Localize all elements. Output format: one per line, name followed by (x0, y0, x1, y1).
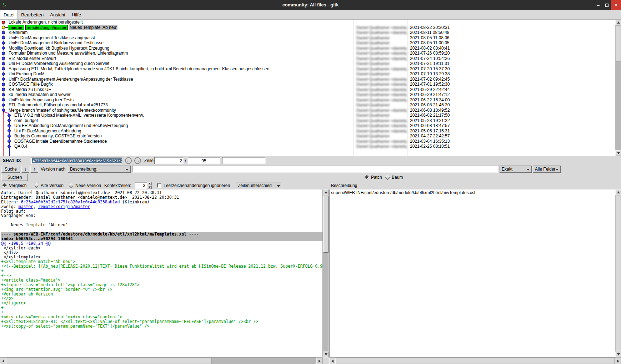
link-segment[interactable]: remotes/origin/master (38, 204, 90, 209)
menu-bar: Datei Bearbeiten Ansicht Hilfe (0, 10, 621, 20)
commit-row[interactable]: Uni Fr DocManagement Anbindung Daniel Qu… (0, 128, 615, 134)
find-input[interactable] (132, 166, 499, 173)
commit-row[interactable]: KB Media zu Links UF Daniel Quathamer <d… (0, 87, 615, 92)
sha-input[interactable]: 4735d97b8f44e6d809783019f6ce0fe515d621c2 (31, 157, 122, 164)
file-list-scrollbar[interactable] (615, 189, 621, 357)
scrollbar-thumb[interactable] (616, 196, 621, 351)
commit-row[interactable]: Uni Freiburg DocM Daniel Quathamer 2021-… (0, 71, 615, 77)
commit-row[interactable]: UniFr DocManangement Aenderungen/Anpassu… (0, 77, 615, 82)
commit-row[interactable]: Budgets Community, COSTAGE erste Version… (0, 133, 615, 139)
radio-icon (385, 175, 390, 180)
find-field-select[interactable]: Beschreibung: (68, 166, 131, 173)
scroll-up-button[interactable] (615, 20, 621, 25)
commit-row[interactable]: Uni Fr DocM Vorbereitung Auslieferung du… (0, 61, 615, 66)
diff-line: +Verfügbar ab Version (1, 292, 322, 297)
minimize-button[interactable]: – (594, 0, 602, 10)
search-button[interactable]: Suchen (1, 174, 28, 181)
commit-row[interactable]: Mobility Download, kb Bugfixes Hypertext… (0, 46, 615, 51)
scroll-up-button[interactable] (323, 189, 329, 195)
link-segment[interactable]: master (18, 204, 33, 209)
diff-scrollbar[interactable] (322, 189, 329, 357)
maximize-button[interactable] (602, 0, 611, 10)
scroll-down-button[interactable] (615, 352, 621, 357)
scroll-left-button[interactable] (329, 358, 335, 364)
arrow-up-icon (149, 183, 151, 184)
commit-row[interactable]: Uni FR Anbindung DocManagement und SecKe… (0, 123, 615, 128)
scrollbar-thumb[interactable] (6, 358, 211, 364)
scroll-left-button[interactable] (0, 358, 6, 364)
diff-controls-row: Vergleich Alte Version Neue Version Kont… (0, 181, 621, 189)
patch-radio[interactable]: Patch (364, 175, 382, 180)
row-number-input[interactable]: 2 (154, 157, 184, 164)
new-version-radio[interactable]: Neue Version (69, 183, 101, 188)
context-lines-spinner[interactable]: 3 (135, 182, 152, 189)
scrollbar-thumb[interactable] (616, 26, 621, 61)
commit-date: 2021-08-05 11:00:05 (407, 40, 615, 45)
link-segment[interactable]: 6c23a4b0b3b2d2c175fc820a1e0c44e8238ab1ad (21, 200, 120, 204)
commit-row[interactable]: Merge branch 'master' of ssh://gitea/Mem… (0, 108, 615, 113)
commit-author-blurred: Daniel Quathamer <danielq (354, 139, 407, 143)
commit-row[interactable]: kb_media Matadaten und viewer Daniel Qua… (0, 92, 615, 97)
close-button[interactable]: × (611, 0, 621, 10)
match-type-select[interactable]: Exakt (500, 166, 532, 173)
spin-up-button[interactable] (147, 182, 152, 186)
spin-down-button[interactable] (147, 186, 152, 189)
diff-line: + (1, 269, 322, 273)
commit-row[interactable]: ETL Datenmodell, Füllscript aus modul.xm… (0, 102, 615, 108)
commit-dot (2, 57, 5, 60)
gitk-window: community: All files - gitk – × Datei Be… (0, 0, 621, 364)
menu-item[interactable]: Bearbeiten (18, 10, 47, 19)
comments-header[interactable]: Beschreibung (331, 183, 357, 188)
remote-branch-label[interactable]: remotes/origin/master (25, 25, 68, 30)
context-lines-value[interactable]: 3 (135, 182, 147, 189)
diff-line: +<!--Beispiel: {{Ab_neu|RELEASE=2020.12|… (1, 264, 322, 269)
commit-list-scrollbar[interactable] (615, 20, 621, 156)
file-item[interactable]: superx/WEB-INF/conf/edustore/db/module/k… (330, 189, 615, 196)
commit-date: 2021-06-02 21:17:50 (407, 113, 615, 118)
commit-date: 2021-08-02 08:40:41 (407, 46, 615, 51)
commit-row[interactable]: master remotes/origin/master Neues Templ… (0, 25, 615, 30)
line-diff-select[interactable]: Zeilenunterschied (236, 182, 282, 189)
find-next-button[interactable]: ↓ (21, 166, 29, 173)
scroll-right-button[interactable] (615, 358, 621, 364)
history-forward-button[interactable]: → (134, 157, 141, 164)
menu-item[interactable]: Ansicht (47, 10, 69, 19)
commit-row[interactable]: Formular Dimension und Measure auswählen… (0, 51, 615, 56)
commit-row[interactable]: VIZ Modul erster Entwurf Daniel Quathame… (0, 56, 615, 61)
file-list-h-scrollbar[interactable] (329, 357, 621, 364)
diff-line: Neues Template 'Ab neu' (1, 223, 322, 227)
diff-radio[interactable]: Vergleich (2, 183, 26, 188)
history-back-button[interactable]: ← (125, 157, 132, 164)
commit-row[interactable]: UniFr DocManagement Testklasse angepasst… (0, 35, 615, 41)
scrollbar-thumb[interactable] (323, 196, 329, 253)
commit-row[interactable]: com_budget Daniel Quathamer <danielq 202… (0, 118, 615, 123)
commit-subject: ETL Datenmodell, Füllscript aus modul.xm… (8, 102, 109, 107)
commit-row[interactable]: COSTAGE Fälle Bugfix Daniel Quathamer <d… (0, 82, 615, 87)
commit-date: 2021-06-08 21:45:20 (407, 102, 615, 107)
commit-row[interactable]: QA 0.4 Daniel Quathamer <danielq 2021-02… (0, 144, 615, 149)
commit-row[interactable]: ETL V 0.2 mit Upload Masken-XML, verbess… (0, 113, 615, 118)
commit-row[interactable]: COSTAGE initiale Datenübernahme Studiere… (0, 139, 615, 144)
commit-row[interactable]: Lokale Änderungen, nicht bereitgestellt (0, 20, 615, 25)
search-scope-select[interactable]: Alle Felder (533, 166, 561, 173)
scroll-up-button[interactable] (615, 189, 621, 195)
scroll-down-button[interactable] (615, 150, 621, 156)
menu-item[interactable]: Datei (0, 10, 18, 19)
ignore-whitespace-checkbox[interactable]: Leerzeichenänderungen ignorieren (157, 183, 230, 188)
menu-item[interactable]: Hilfe (69, 10, 84, 19)
commit-row[interactable]: Kleinkram Daniel Quathamer <danielq 2021… (0, 30, 615, 35)
old-version-radio[interactable]: Alte Version (34, 183, 64, 188)
commit-row[interactable]: UniFr DocManagement Buildpress und Testk… (0, 40, 615, 46)
scroll-right-button[interactable] (316, 358, 322, 364)
branch-label[interactable]: master (8, 25, 24, 30)
commit-row[interactable]: UniFr kleine Anpassung fuer Tests Daniel… (0, 97, 615, 103)
scroll-down-button[interactable] (323, 352, 329, 357)
diff-h-scrollbar[interactable] (0, 357, 322, 364)
find-button[interactable]: Suche (1, 166, 20, 173)
commit-dot (2, 31, 5, 34)
commit-subject: Uni FR Anbindung DocManagement und SecKe… (14, 123, 129, 128)
find-prev-button[interactable]: ↑ (30, 166, 38, 173)
commit-row[interactable]: Anpassung ETL-Modul, TableUploader wurde… (0, 66, 615, 72)
tree-radio[interactable]: Baum (385, 175, 403, 180)
scrollbar-thumb[interactable] (335, 358, 615, 364)
